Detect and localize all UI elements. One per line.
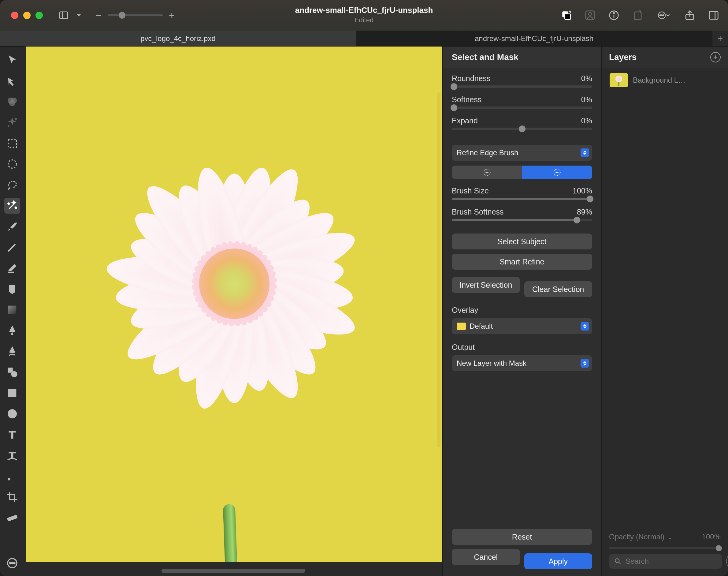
layer-filter-button[interactable]	[726, 554, 728, 568]
roundness-label: Roundness	[452, 74, 490, 83]
layers-title: Layers	[609, 52, 637, 62]
svg-rect-15	[709, 11, 718, 19]
person-icon[interactable]	[583, 8, 597, 22]
svg-point-5	[588, 12, 592, 16]
add-layer-button[interactable]: +	[710, 52, 721, 62]
smask-title: Select and Mask	[443, 47, 601, 68]
svg-rect-29	[8, 368, 13, 373]
rect-marquee-tool[interactable]	[4, 135, 20, 151]
reset-button[interactable]: Reset	[452, 529, 592, 545]
svg-rect-0	[60, 12, 68, 19]
svg-point-30	[11, 371, 18, 377]
canvas[interactable]	[26, 47, 442, 562]
svg-point-12	[661, 15, 663, 16]
fill-tool[interactable]	[4, 281, 20, 297]
color-adjust-tool[interactable]	[4, 94, 20, 110]
rect-shape-tool[interactable]	[4, 385, 20, 401]
layer-search-field[interactable]	[626, 557, 717, 566]
pencil-tool[interactable]	[4, 239, 20, 255]
gradient-tool[interactable]	[4, 302, 20, 318]
svg-rect-34	[7, 515, 18, 521]
smart-refine-button[interactable]: Smart Refine	[452, 254, 592, 270]
opacity-slider[interactable]	[609, 547, 721, 549]
more-menu-icon[interactable]	[655, 8, 673, 22]
sidebar-menu-button[interactable]	[75, 9, 83, 22]
canvas-scrollbar-vertical[interactable]	[437, 92, 441, 448]
right-panels: Select and Mask Roundness0% Softness0% E…	[442, 47, 728, 576]
output-select[interactable]: New Layer with Mask	[452, 355, 592, 371]
freeform-pen-tool[interactable]	[4, 343, 20, 359]
roundness-slider[interactable]	[452, 85, 592, 88]
clear-selection-button[interactable]: Clear Selection	[524, 281, 593, 297]
sidebar-toggle-button[interactable]	[58, 9, 70, 22]
more-tools-icon[interactable]	[4, 555, 20, 571]
expand-slider[interactable]	[452, 127, 592, 130]
add-tab-button[interactable]: +	[712, 31, 728, 46]
softness-label: Softness	[452, 95, 482, 104]
layer-search-input[interactable]	[609, 554, 722, 569]
share-icon[interactable]	[683, 8, 697, 22]
brush-mode-add[interactable]	[452, 166, 522, 179]
softness-slider[interactable]	[452, 107, 592, 109]
svg-rect-9	[634, 12, 641, 20]
svg-rect-31	[8, 389, 17, 397]
zoom-in-button[interactable]: +	[169, 9, 175, 22]
main-area: Select and Mask Roundness0% Softness0% E…	[0, 47, 728, 576]
expand-value: 0%	[581, 116, 592, 125]
panel-toggle-icon[interactable]	[706, 8, 721, 22]
color-swap-icon[interactable]	[559, 8, 573, 22]
layer-item[interactable]: Background L…	[607, 71, 723, 89]
titlebar: − + andrew-small-EfhCUc_fjrU-unsplash Ed…	[0, 0, 728, 31]
layer-thumbnail	[610, 73, 628, 87]
app-window: − + andrew-small-EfhCUc_fjrU-unsplash Ed…	[0, 0, 728, 576]
brush-size-label: Brush Size	[452, 186, 489, 195]
svg-line-45	[619, 562, 620, 564]
info-icon[interactable]	[607, 8, 621, 22]
magic-wand-tool[interactable]	[4, 198, 20, 213]
effects-tool[interactable]	[4, 114, 20, 131]
export-icon[interactable]	[631, 8, 645, 22]
select-subject-button[interactable]: Select Subject	[452, 233, 592, 250]
close-window-button[interactable]	[11, 11, 18, 19]
brush-tool[interactable]	[4, 219, 20, 234]
invert-selection-button[interactable]: Invert Selection	[452, 277, 520, 293]
zoom-slider[interactable]	[108, 15, 163, 16]
ellipse-marquee-tool[interactable]	[4, 156, 20, 172]
opacity-label: Opacity (Normal)	[609, 532, 664, 541]
svg-rect-27	[8, 306, 17, 314]
repair-tool[interactable]	[4, 468, 20, 484]
lasso-tool[interactable]	[4, 177, 20, 193]
cancel-button[interactable]: Cancel	[452, 549, 520, 565]
arrow-tool[interactable]	[4, 52, 20, 68]
tab-doc-0[interactable]: pvc_logo_4c_horiz.pxd	[0, 31, 356, 46]
arrange-tool[interactable]	[4, 73, 20, 89]
svg-point-13	[663, 15, 664, 16]
brush-mode-subtract[interactable]	[522, 166, 593, 179]
minimize-window-button[interactable]	[23, 11, 31, 19]
brush-size-slider[interactable]	[452, 198, 592, 200]
fullscreen-window-button[interactable]	[35, 11, 43, 19]
svg-rect-3	[565, 14, 571, 20]
brush-softness-label: Brush Softness	[452, 207, 504, 217]
svg-rect-26	[8, 272, 14, 273]
zoom-out-button[interactable]: −	[95, 9, 101, 22]
crop-tool[interactable]	[4, 489, 20, 505]
opacity-value: 100%	[702, 532, 721, 541]
path-text-tool[interactable]	[4, 448, 20, 463]
pen-tool[interactable]	[4, 323, 20, 339]
measure-tool[interactable]	[4, 510, 20, 526]
tab-doc-1[interactable]: andrew-small-EfhCUc_fjrU-unsplash	[356, 31, 712, 46]
refine-brush-select[interactable]: Refine Edge Brush	[452, 145, 592, 161]
canvas-scrollbar-horizontal[interactable]	[161, 569, 305, 573]
brush-softness-slider[interactable]	[452, 219, 592, 221]
overlay-select[interactable]: Default	[452, 318, 592, 334]
ellipse-shape-tool[interactable]	[4, 406, 20, 422]
text-tool[interactable]	[4, 427, 20, 442]
svg-point-19	[9, 100, 15, 106]
opacity-control[interactable]: Opacity (Normal) ⌄ 100%	[609, 532, 721, 541]
apply-button[interactable]: Apply	[524, 553, 593, 569]
svg-point-28	[11, 333, 13, 335]
svg-point-21	[8, 125, 9, 127]
eraser-tool[interactable]	[4, 260, 20, 276]
shapes-tool[interactable]	[4, 364, 20, 380]
